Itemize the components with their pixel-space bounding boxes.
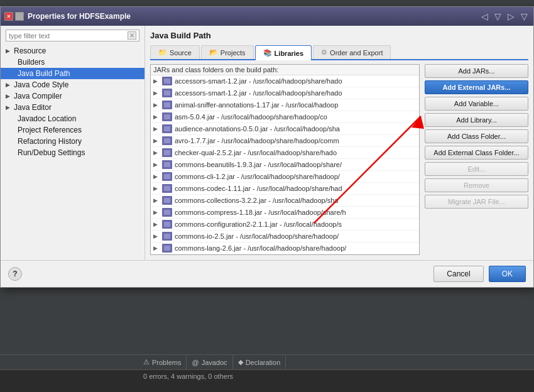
jar-expand-icon: ▶ xyxy=(153,90,160,96)
jar-path: commons-configuration2-2.1.1.jar - /usr/… xyxy=(175,220,342,228)
nav-down-button[interactable]: ▽ xyxy=(492,11,503,22)
jar-list-item[interactable]: ▶ avro-1.7.7.jar - /usr/local/hadoop/sha… xyxy=(151,135,419,147)
sidebar-item-refactoring-history-label: Refactoring History xyxy=(18,137,82,146)
jar-list-item[interactable]: ▶ commons-lang-2.6.jar - /usr/local/hado… xyxy=(151,242,419,254)
jar-icon xyxy=(162,136,172,145)
jar-list-item[interactable]: ▶ commons-io-2.5.jar - /usr/local/hadoop… xyxy=(151,231,419,242)
source-tab-label: Source xyxy=(170,49,192,57)
jar-path: checker-qual-2.5.2.jar - /usr/local/hado… xyxy=(175,149,337,156)
jar-list-item[interactable]: ▶ commons-beanutils-1.9.3.jar - /usr/loc… xyxy=(151,159,419,171)
order-tab-icon: ⚙ xyxy=(321,48,327,57)
jar-list-item[interactable]: ▶ commons-cli-1.2.jar - /usr/local/hadoo… xyxy=(151,171,419,183)
jar-expand-icon: ▶ xyxy=(153,114,160,120)
sidebar-item-resource[interactable]: ▶ Resource xyxy=(1,45,144,57)
jar-list[interactable]: ▶ accessors-smart-1.2.jar - /usr/local/h… xyxy=(151,75,419,254)
projects-tab-icon: 📂 xyxy=(209,48,218,57)
jar-expand-icon: ▶ xyxy=(153,173,160,180)
tree-arrow-editor: ▶ xyxy=(6,104,12,111)
add-jars-button[interactable]: Add JARs... xyxy=(425,64,528,78)
jar-path: commons-io-2.5.jar - /usr/local/hadoop/s… xyxy=(175,232,339,240)
jar-path: avro-1.7.7.jar - /usr/local/hadoop/share… xyxy=(175,137,339,144)
jar-list-item[interactable]: ▶ commons-configuration2-2.1.1.jar - /us… xyxy=(151,219,419,231)
jar-expand-icon: ▶ xyxy=(153,221,160,227)
filter-input[interactable] xyxy=(9,32,125,40)
jar-expand-icon: ▶ xyxy=(153,197,160,204)
source-tab-icon: 📁 xyxy=(158,48,167,57)
jar-path: commons-collections-3.2.2.jar - /usr/loc… xyxy=(175,197,338,204)
jar-icon xyxy=(162,220,172,229)
jar-expand-icon: ▶ xyxy=(153,209,160,215)
sidebar-item-java-code-style[interactable]: ▶ Java Code Style xyxy=(1,79,144,90)
sidebar-item-run-debug-label: Run/Debug Settings xyxy=(18,148,85,157)
jar-path: accessors-smart-1.2.jar - /usr/local/had… xyxy=(175,89,342,97)
jar-expand-icon: ▶ xyxy=(153,150,160,156)
sidebar-item-java-editor-label: Java Editor xyxy=(14,103,52,112)
jar-icon xyxy=(162,172,172,181)
buttons-panel: Add JARs... Add External JARs... Add Var… xyxy=(425,64,528,255)
projects-tab-label: Projects xyxy=(221,49,246,57)
add-class-folder-button[interactable]: Add Class Folder... xyxy=(425,129,528,143)
content-area: JARs and class folders on the build path… xyxy=(150,64,528,255)
add-variable-button[interactable]: Add Variable... xyxy=(425,97,528,111)
tab-libraries[interactable]: 📚 Libraries xyxy=(255,45,312,60)
sidebar-item-javadoc-location-label: Javadoc Location xyxy=(18,114,76,123)
libraries-tab-icon: 📚 xyxy=(263,49,272,57)
jar-list-item[interactable]: ▶ commons-collections-3.2.2.jar - /usr/l… xyxy=(151,195,419,207)
jar-path: commons-cli-1.2.jar - /usr/local/hadoop/… xyxy=(175,173,340,180)
jar-list-item[interactable]: ▶ commons-compress-1.18.jar - /usr/local… xyxy=(151,207,419,219)
migrate-jar-button[interactable]: Migrate JAR File... xyxy=(425,195,528,209)
ok-button[interactable]: OK xyxy=(489,266,526,282)
sidebar-item-project-references-label: Project References xyxy=(18,126,82,134)
nav-forward-button[interactable]: ▷ xyxy=(505,11,516,22)
help-button[interactable]: ? xyxy=(8,267,22,281)
remove-button[interactable]: Remove xyxy=(425,178,528,192)
tree-arrow-code-style: ▶ xyxy=(6,82,12,88)
tab-order[interactable]: ⚙ Order and Export xyxy=(313,45,391,59)
jar-list-item[interactable]: ▶ checker-qual-2.5.2.jar - /usr/local/ha… xyxy=(151,147,419,159)
minimize-button[interactable] xyxy=(15,12,24,21)
nav-back-button[interactable]: ◁ xyxy=(479,11,490,22)
jar-expand-icon: ▶ xyxy=(153,126,160,132)
sidebar-item-java-build-path-label: Java Build Path xyxy=(18,69,70,78)
jar-path: commons-beanutils-1.9.3.jar - /usr/local… xyxy=(175,161,342,168)
tab-source[interactable]: 📁 Source xyxy=(150,45,200,59)
dialog-title: Properties for HDFSExample xyxy=(28,12,475,21)
jar-expand-icon: ▶ xyxy=(153,138,160,144)
dialog-body: ✕ ▶ Resource Builders Java Build Path ▶ … xyxy=(1,26,533,260)
jar-icon xyxy=(162,148,172,157)
add-external-jars-button[interactable]: Add External JARs... xyxy=(425,80,528,94)
jar-path: animal-sniffer-annotations-1.17.jar - /u… xyxy=(175,101,338,109)
title-bar: × Properties for HDFSExample ◁ ▽ ▷ ▽ xyxy=(1,7,533,26)
sidebar-item-java-compiler[interactable]: ▶ Java Compiler xyxy=(1,90,144,102)
sidebar-item-java-editor[interactable]: ▶ Java Editor xyxy=(1,102,144,113)
sidebar-item-project-references[interactable]: Project References xyxy=(1,124,144,136)
jar-list-item[interactable]: ▶ asm-5.0.4.jar - /usr/local/hadoop/shar… xyxy=(151,111,419,123)
jar-path: commons-lang-2.6.jar - /usr/local/hadoop… xyxy=(175,244,346,252)
jar-list-item[interactable]: ▶ audience-annotations-0.5.0.jar - /usr/… xyxy=(151,123,419,135)
add-library-button[interactable]: Add Library... xyxy=(425,113,528,127)
edit-button[interactable]: Edit... xyxy=(425,162,528,176)
sidebar-item-refactoring-history[interactable]: Refactoring History xyxy=(1,136,144,147)
jar-list-item[interactable]: ▶ animal-sniffer-annotations-1.17.jar - … xyxy=(151,99,419,111)
sidebar-item-run-debug[interactable]: Run/Debug Settings xyxy=(1,147,144,158)
jar-list-item[interactable]: ▶ accessors-smart-1.2.jar - /usr/local/h… xyxy=(151,87,419,99)
jar-list-item[interactable]: ▶ accessors-smart-1.2.jar - /usr/local/h… xyxy=(151,75,419,87)
sidebar-item-java-build-path[interactable]: Java Build Path xyxy=(1,68,144,79)
dialog-footer: ? Cancel OK xyxy=(1,260,533,287)
jar-expand-icon: ▶ xyxy=(153,233,160,239)
filter-clear-button[interactable]: ✕ xyxy=(128,31,136,40)
jar-icon xyxy=(162,232,172,241)
nav-menu-button[interactable]: ▽ xyxy=(518,11,530,22)
jar-list-item[interactable]: ▶ commons-codec-1.11.jar - /usr/local/ha… xyxy=(151,183,419,195)
add-external-class-folder-button[interactable]: Add External Class Folder... xyxy=(425,146,528,160)
sidebar-item-javadoc-location[interactable]: Javadoc Location xyxy=(1,113,144,124)
cancel-button[interactable]: Cancel xyxy=(433,266,483,282)
jar-list-container: JARs and class folders on the build path… xyxy=(150,64,420,255)
tab-projects[interactable]: 📂 Projects xyxy=(201,45,254,59)
close-button[interactable]: × xyxy=(4,12,13,21)
jar-expand-icon: ▶ xyxy=(153,102,160,108)
filter-box[interactable]: ✕ xyxy=(6,30,139,41)
jar-list-label: JARs and class folders on the build path… xyxy=(151,65,419,75)
sidebar-item-builders[interactable]: Builders xyxy=(1,57,144,68)
tabs-bar: 📁 Source 📂 Projects 📚 Libraries ⚙ Order … xyxy=(150,45,528,60)
